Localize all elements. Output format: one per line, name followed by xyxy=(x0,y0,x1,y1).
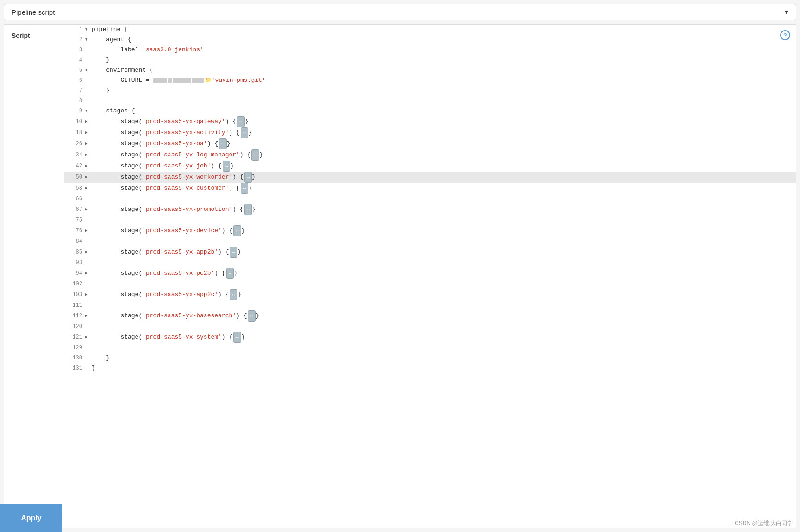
collapsed-block[interactable]: ↔ xyxy=(230,289,238,300)
fold-arrow[interactable]: ▶ xyxy=(85,226,92,236)
collapsed-block[interactable]: ↔ xyxy=(233,332,241,343)
code-content: stage('prod-saas5-yx-oa') {↔} xyxy=(92,138,792,149)
fold-arrow[interactable]: ▼ xyxy=(85,35,92,45)
line-number: 102 xyxy=(64,279,85,289)
table-row: 4 } xyxy=(64,55,796,65)
table-row: 121▶ stage('prod-saas5-yx-system') {↔} xyxy=(64,332,796,343)
fold-arrow[interactable]: ▶ xyxy=(85,172,92,182)
line-number: 1 xyxy=(64,25,85,35)
collapsed-block[interactable]: ↔ xyxy=(248,310,256,322)
watermark: CSDN @运维.大白同学 xyxy=(735,520,793,527)
line-number: 129 xyxy=(64,343,85,353)
table-row: 76▶ stage('prod-saas5-yx-device') {↔} xyxy=(64,225,796,236)
line-number: 112 xyxy=(64,311,85,321)
fold-arrow[interactable]: ▶ xyxy=(85,150,92,160)
table-row: 5▼ environment { xyxy=(64,65,796,75)
line-number: 94 xyxy=(64,268,85,278)
code-content: agent { xyxy=(92,35,792,45)
table-row: 6 GITURL = 📁'vuxin-pms.git' xyxy=(64,75,796,86)
line-number: 121 xyxy=(64,332,85,342)
collapsed-block[interactable]: ↔ xyxy=(244,172,252,183)
collapsed-block[interactable]: ↔ xyxy=(219,138,227,149)
code-lines: 1▼pipeline {2▼ agent {3 label 'saas3.0_j… xyxy=(64,25,796,373)
code-content: } xyxy=(92,363,792,373)
fold-arrow[interactable]: ▼ xyxy=(85,25,92,35)
code-content: GITURL = 📁'vuxin-pms.git' xyxy=(92,75,792,86)
code-content: environment { xyxy=(92,65,792,75)
fold-arrow[interactable]: ▶ xyxy=(85,290,92,300)
line-number: 85 xyxy=(64,247,85,257)
code-editor[interactable]: ? 1▼pipeline {2▼ agent {3 label 'saas3.0… xyxy=(64,25,796,528)
fold-arrow[interactable]: ▼ xyxy=(85,106,92,116)
line-number: 26 xyxy=(64,139,85,149)
table-row: 102 xyxy=(64,279,796,289)
line-number: 58 xyxy=(64,183,85,193)
code-content: stage('prod-saas5-yx-app2c') {↔} xyxy=(92,289,792,300)
line-number: 18 xyxy=(64,128,85,138)
code-content: } xyxy=(92,55,792,65)
table-row: 50▶ stage('prod-saas5-yx-workorder') {↔} xyxy=(64,172,796,183)
code-content: stage('prod-saas5-yx-app2b') {↔} xyxy=(92,247,792,258)
table-row: 42▶ stage('prod-saas5-yx-job') {↔} xyxy=(64,161,796,172)
code-content: stage('prod-saas5-yx-system') {↔} xyxy=(92,332,792,343)
fold-arrow[interactable]: ▶ xyxy=(85,183,92,193)
table-row: 34▶ stage('prod-saas5-yx-log-manager') {… xyxy=(64,149,796,161)
code-content: stage('prod-saas5-yx-log-manager') {↔} xyxy=(92,149,792,161)
main-content-area: Script ? 1▼pipeline {2▼ agent {3 label '… xyxy=(4,24,796,528)
fold-arrow[interactable]: ▶ xyxy=(85,268,92,278)
line-number: 34 xyxy=(64,150,85,160)
line-number: 10 xyxy=(64,117,85,127)
table-row: 58▶ stage('prod-saas5-yx-customer') {↔} xyxy=(64,183,796,194)
fold-arrow[interactable]: ▼ xyxy=(85,65,92,75)
line-number: 2 xyxy=(64,35,85,45)
code-content: stage('prod-saas5-yx-customer') {↔} xyxy=(92,183,792,194)
table-row: 1▼pipeline { xyxy=(64,25,796,35)
fold-arrow[interactable]: ▶ xyxy=(85,128,92,138)
collapsed-block[interactable]: ↔ xyxy=(223,161,231,172)
fold-arrow[interactable]: ▶ xyxy=(85,332,92,342)
table-row: 8 xyxy=(64,96,796,106)
help-icon[interactable]: ? xyxy=(780,30,790,40)
table-row: 85▶ stage('prod-saas5-yx-app2b') {↔} xyxy=(64,247,796,258)
table-row: 111 xyxy=(64,300,796,310)
collapsed-block[interactable]: ↔ xyxy=(241,127,249,138)
collapsed-block[interactable]: ↔ xyxy=(241,183,249,194)
apply-button[interactable]: Apply xyxy=(0,504,62,532)
collapsed-block[interactable]: ↔ xyxy=(244,204,252,215)
line-number: 6 xyxy=(64,75,85,86)
collapsed-block[interactable]: ↔ xyxy=(251,149,259,161)
fold-arrow[interactable]: ▶ xyxy=(85,139,92,149)
code-content: stage('prod-saas5-yx-basesearch') {↔} xyxy=(92,310,792,322)
code-content: stage('prod-saas5-yx-promotion') {↔} xyxy=(92,204,792,215)
table-row: 7 } xyxy=(64,86,796,96)
fold-arrow[interactable]: ▶ xyxy=(85,117,92,127)
collapsed-block[interactable]: ↔ xyxy=(237,116,245,127)
line-number: 75 xyxy=(64,215,85,225)
dropdown-label: Pipeline script xyxy=(12,8,55,16)
table-row: 103▶ stage('prod-saas5-yx-app2c') {↔} xyxy=(64,289,796,300)
fold-arrow[interactable]: ▶ xyxy=(85,204,92,215)
line-number: 120 xyxy=(64,322,85,332)
line-number: 130 xyxy=(64,353,85,363)
line-number: 67 xyxy=(64,204,85,215)
line-number: 93 xyxy=(64,258,85,268)
chevron-down-icon: ▾ xyxy=(785,8,788,16)
collapsed-block[interactable]: ↔ xyxy=(233,225,241,236)
table-row: 94▶ stage('prod-saas5-yx-pc2b') {↔} xyxy=(64,268,796,279)
fold-arrow[interactable]: ▶ xyxy=(85,311,92,321)
line-number: 76 xyxy=(64,226,85,236)
line-number: 4 xyxy=(64,55,85,65)
table-row: 26▶ stage('prod-saas5-yx-oa') {↔} xyxy=(64,138,796,149)
script-label: Script xyxy=(4,25,64,528)
line-number: 111 xyxy=(64,300,85,310)
code-content: stage('prod-saas5-yx-workorder') {↔} xyxy=(92,172,792,183)
collapsed-block[interactable]: ↔ xyxy=(226,268,234,279)
fold-arrow[interactable]: ▶ xyxy=(85,161,92,171)
line-number: 9 xyxy=(64,106,85,116)
table-row: 129 xyxy=(64,343,796,353)
code-content: } xyxy=(92,86,792,96)
fold-arrow[interactable]: ▶ xyxy=(85,247,92,257)
pipeline-script-dropdown[interactable]: Pipeline script ▾ xyxy=(4,4,796,20)
collapsed-block[interactable]: ↔ xyxy=(230,247,238,258)
line-number: 7 xyxy=(64,86,85,96)
